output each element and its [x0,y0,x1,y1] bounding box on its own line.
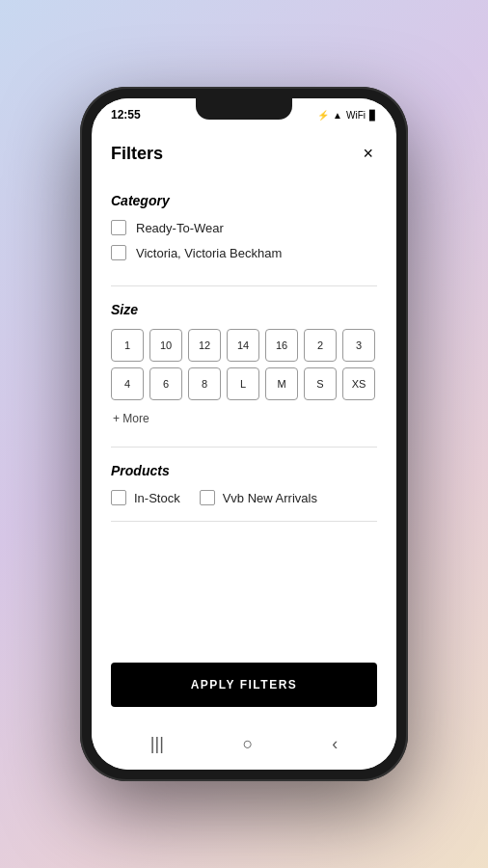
modal-header: Filters × [92,125,396,177]
size-title: Size [111,302,377,317]
nav-home-icon[interactable]: ○ [243,734,254,754]
size-btn-10[interactable]: 10 [149,329,182,362]
size-btn-3[interactable]: 3 [342,329,375,362]
battery-icon: ▊ [369,110,377,121]
category-label-2: Victoria, Victoria Beckham [136,246,282,260]
size-btn-1[interactable]: 1 [111,329,144,362]
more-sizes-button[interactable]: + More [111,406,151,431]
category-option-1: Ready-To-Wear [111,220,377,235]
category-checkbox-1[interactable] [111,220,126,235]
modal-body: Category Ready-To-Wear Victoria, Victori… [92,177,396,647]
product-option-2: Vvb New Arrivals [200,490,317,505]
size-btn-14[interactable]: 14 [227,329,259,362]
category-title: Category [111,193,377,208]
notch [196,98,292,120]
product-checkbox-1[interactable] [111,490,126,505]
size-btn-S[interactable]: S [304,367,337,400]
category-option-2: Victoria, Victoria Beckham [111,245,377,260]
apply-btn-container: APPLY FILTERS [92,647,396,726]
close-button[interactable]: × [359,141,377,166]
size-btn-L[interactable]: L [227,367,259,400]
bottom-nav: ||| ○ ‹ [92,726,396,770]
size-btn-XS[interactable]: XS [342,367,375,400]
product-checkbox-2[interactable] [200,490,215,505]
phone-frame: 12:55 ⚡ ▲ WiFi ▊ Filters × Category [80,87,408,781]
products-row: In-Stock Vvb New Arrivals [111,490,377,505]
product-label-1: In-Stock [134,491,180,505]
modal-content: Filters × Category Ready-To-Wear Victori… [92,125,396,726]
products-section: Products In-Stock Vvb New Arrivals [111,448,377,521]
size-btn-M[interactable]: M [265,367,298,400]
size-btn-12[interactable]: 12 [188,329,221,362]
divider-3 [111,521,377,522]
phone-screen: 12:55 ⚡ ▲ WiFi ▊ Filters × Category [92,98,396,770]
size-btn-16[interactable]: 16 [265,329,298,362]
category-section: Category Ready-To-Wear Victoria, Victori… [111,177,377,285]
category-checkbox-2[interactable] [111,245,126,260]
size-btn-4[interactable]: 4 [111,367,144,400]
size-btn-8[interactable]: 8 [188,367,221,400]
category-label-1: Ready-To-Wear [136,221,224,235]
product-label-2: Vvb New Arrivals [223,491,317,505]
status-icons: ⚡ ▲ WiFi ▊ [317,110,377,121]
size-grid: 1 10 12 14 16 2 3 4 6 8 L M S XS [111,329,377,431]
size-btn-2[interactable]: 2 [304,329,337,362]
apply-filters-button[interactable]: APPLY FILTERS [111,663,377,707]
product-option-1: In-Stock [111,490,180,505]
size-btn-6[interactable]: 6 [149,367,182,400]
products-title: Products [111,463,377,478]
nav-menu-icon[interactable]: ||| [150,734,164,754]
charge-icon: ⚡ [317,110,329,121]
modal-title: Filters [111,144,163,164]
nav-back-icon[interactable]: ‹ [332,734,338,754]
wifi-icon: WiFi [346,110,366,121]
signal-icon: ▲ [333,110,342,121]
size-section: Size 1 10 12 14 16 2 3 4 6 8 L M [111,286,377,447]
status-time: 12:55 [111,108,141,122]
